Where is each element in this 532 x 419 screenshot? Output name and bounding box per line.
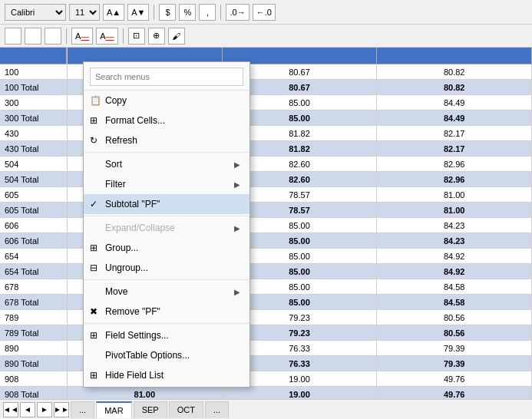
menu-item-remove[interactable]: ✖Remove "PF" [84, 302, 249, 322]
menu-item-sort[interactable]: Sort▶ [84, 154, 249, 174]
menu-item-label-pivot_options: PivotTable Options... [105, 350, 190, 361]
row-label-12: 654 [0, 249, 67, 264]
menu-item-move[interactable]: Move▶ [84, 282, 249, 302]
format_cells-icon: ⊞ [90, 115, 97, 126]
pf-column-header [0, 48, 67, 64]
menu-item-label-hide_field: Hide Field List [105, 370, 164, 381]
menu-item-refresh[interactable]: ↻Refresh [84, 130, 249, 150]
cell-21-0[interactable]: 81.00 [68, 387, 223, 399]
sheet-nav-forward[interactable]: ► [37, 402, 52, 417]
ungroup-icon: ⊟ [90, 262, 97, 273]
row-label-2: 300 [0, 95, 67, 111]
sheet-nav-prev[interactable]: ◄◄ [3, 402, 18, 417]
merge-btn[interactable]: ⊕ [148, 28, 165, 45]
menu-sep-before-expand [84, 216, 249, 216]
cell-18-2[interactable]: 79.39 [377, 341, 532, 356]
submenu-arrow-move: ▶ [234, 288, 240, 296]
row-label-14: 678 [0, 279, 67, 295]
menu-item-subtotal[interactable]: ✓Subtotal "PF" [84, 194, 249, 214]
italic-btn[interactable] [25, 28, 41, 45]
sheet-nav-back[interactable]: ◄ [20, 402, 35, 417]
menu-item-label-field_settings: Field Settings... [105, 330, 169, 341]
percent-btn[interactable]: % [179, 4, 196, 21]
cell-10-2[interactable]: 84.23 [377, 218, 532, 233]
sheet-tab-dotsdotsdots[interactable]: ... [205, 401, 229, 418]
row-label-4: 430 [0, 126, 67, 141]
sheet-tab-mar[interactable]: MAR [96, 401, 131, 418]
underline-btn[interactable] [45, 28, 61, 45]
comma-btn[interactable]: , [199, 4, 216, 21]
sheet-tab-sep[interactable]: SEP [134, 401, 167, 418]
hide_field-icon: ⊞ [90, 370, 97, 381]
separator4 [123, 28, 124, 44]
row-label-8: 605 [0, 187, 67, 203]
menu-search-input[interactable] [90, 68, 243, 86]
cell-15-2[interactable]: 84.58 [377, 295, 532, 310]
cell-1-2[interactable]: 80.82 [377, 80, 532, 95]
font-color-btn[interactable]: A— [96, 28, 117, 45]
cell-14-2[interactable]: 84.58 [377, 279, 532, 295]
cell-11-2[interactable]: 84.23 [377, 233, 532, 249]
menu-item-expand_collapse: Expand/Collapse▶ [84, 218, 249, 238]
increase-decimal-btn[interactable]: .0→ [226, 4, 249, 21]
cell-0-2[interactable]: 80.82 [377, 64, 532, 80]
row-label-3: 300 Total [0, 111, 67, 126]
bold-btn[interactable] [5, 28, 21, 45]
decrease-decimal-btn[interactable]: ←.0 [253, 4, 276, 21]
menu-item-copy[interactable]: 📋Copy [84, 91, 249, 111]
cell-13-2[interactable]: 84.92 [377, 264, 532, 279]
menu-item-label-subtotal: Subtotal "PF" [105, 199, 160, 210]
sheet-tabs-bar: ◄◄ ◄ ► ►► ...MARSEPOCT... [0, 399, 532, 419]
menu-item-ungroup[interactable]: ⊟Ungroup... [84, 258, 249, 278]
row-label-7: 504 Total [0, 172, 67, 187]
sheet-tab-oct[interactable]: OCT [169, 401, 203, 418]
cell-19-2[interactable]: 79.39 [377, 356, 532, 371]
sheet-tab-dotsdotsdots[interactable]: ... [71, 401, 94, 418]
font-name-select[interactable]: Calibri [5, 4, 66, 21]
menu-item-filter[interactable]: Filter▶ [84, 174, 249, 194]
toolbar-row1: Calibri 11 A▲ A▼ $ % , .0→ ←.0 [0, 0, 532, 25]
row-label-5: 430 Total [0, 141, 67, 157]
cell-21-2[interactable]: 49.76 [377, 387, 532, 399]
paintbrush-btn[interactable]: 🖌 [168, 28, 185, 45]
spreadsheet: 100100 Total300300 Total430430 Total5045… [0, 48, 532, 399]
font-size-select[interactable]: 11 [69, 4, 100, 21]
group-icon: ⊞ [90, 242, 97, 253]
menu-item-hide_field[interactable]: ⊞Hide Field List [84, 365, 249, 385]
increase-font-btn[interactable]: A▲ [103, 4, 124, 21]
remove-icon: ✖ [90, 306, 97, 317]
menu-item-pivot_options[interactable]: PivotTable Options... [84, 345, 249, 365]
menu-item-label-move: Move [105, 286, 127, 297]
cell-3-2[interactable]: 84.49 [377, 111, 532, 126]
row-label-13: 654 Total [0, 264, 67, 279]
cell-17-2[interactable]: 80.56 [377, 325, 532, 341]
menu-item-field_settings[interactable]: ⊞Field Settings... [84, 325, 249, 345]
row-labels-column: 100100 Total300300 Total430430 Total5045… [0, 48, 68, 399]
cell-2-2[interactable]: 84.49 [377, 95, 532, 111]
menu-item-group[interactable]: ⊞Group... [84, 238, 249, 258]
cell-20-2[interactable]: 49.76 [377, 371, 532, 387]
cell-4-2[interactable]: 82.17 [377, 126, 532, 141]
cell-6-2[interactable]: 82.96 [377, 157, 532, 172]
cell-21-1[interactable]: 19.00 [223, 387, 378, 399]
row-label-16: 789 [0, 310, 67, 325]
dollar-btn[interactable]: $ [159, 4, 176, 21]
cell-16-2[interactable]: 80.56 [377, 310, 532, 325]
menu-item-label-remove: Remove "PF" [105, 306, 160, 317]
menu-item-label-copy: Copy [105, 95, 127, 106]
decrease-font-btn[interactable]: A▼ [127, 4, 149, 21]
row-label-18: 890 [0, 341, 67, 356]
fill-color-btn[interactable]: A— [71, 28, 93, 45]
toolbar-row2: A— A— ⊡ ⊕ 🖌 [0, 25, 532, 48]
cell-7-2[interactable]: 82.96 [377, 172, 532, 187]
submenu-arrow-filter: ▶ [234, 180, 240, 189]
sheet-nav-next[interactable]: ►► [54, 402, 69, 417]
cell-5-2[interactable]: 82.17 [377, 141, 532, 157]
cell-12-2[interactable]: 84.92 [377, 249, 532, 264]
menu-item-label-group: Group... [105, 242, 138, 253]
borders-btn[interactable]: ⊡ [128, 28, 145, 45]
cell-8-2[interactable]: 81.00 [377, 187, 532, 203]
menu-item-label-expand_collapse: Expand/Collapse [105, 223, 175, 233]
menu-item-format_cells[interactable]: ⊞Format Cells... [84, 111, 249, 130]
cell-9-2[interactable]: 81.00 [377, 203, 532, 218]
